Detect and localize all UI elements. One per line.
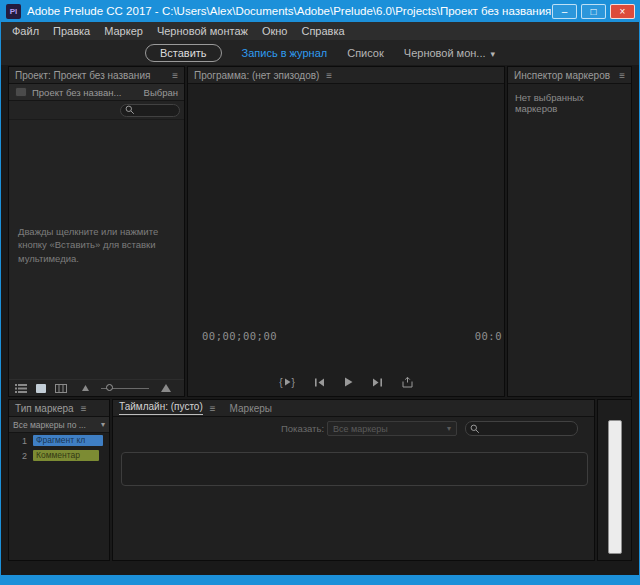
zoom-slider-knob[interactable] — [106, 384, 113, 391]
timeline-empty-placeholder — [121, 452, 588, 486]
tab-markers[interactable]: Маркеры — [230, 403, 272, 414]
timeline-filter-value: Все маркеры — [333, 424, 388, 434]
project-search-row — [9, 101, 184, 120]
inspector-empty-text: Нет выбранных маркеров — [508, 84, 631, 122]
project-bin-icon — [15, 87, 27, 97]
workspace-tab-logging[interactable]: Запись в журнал — [242, 47, 328, 59]
step-forward-icon[interactable] — [372, 378, 383, 387]
workspace-tab-roughcut-label: Черновой мон... — [404, 47, 486, 59]
menu-roughcut[interactable]: Черновой монтаж — [150, 25, 255, 37]
project-panel: Проект: Проект без названия ≡ Проект без… — [8, 66, 185, 397]
window-title: Adobe Prelude CC 2017 - C:\Users\Alex\Do… — [27, 5, 551, 17]
window-controls: – □ × — [552, 4, 635, 19]
chevron-down-icon[interactable]: ▾ — [491, 49, 496, 59]
timeline-filter-dropdown[interactable]: Все маркеры ▾ — [327, 421, 457, 436]
project-footer-bar — [9, 379, 184, 396]
program-monitor-panel: Программа: (нет эпизодов) ≡ 00;00;00;00 … — [187, 66, 505, 397]
project-empty-hint: Дважды щелкните или нажмите кнопку «Вста… — [18, 225, 170, 265]
play-in-to-out-icon[interactable]: {} — [279, 377, 295, 388]
marker-type-number: 1 — [13, 436, 27, 446]
show-label: Показать: — [281, 423, 324, 434]
marker-type-panel-tab[interactable]: Тип маркера — [15, 403, 74, 414]
marker-type-panel-header: Тип маркера ≡ — [9, 400, 109, 417]
menu-bar: Файл Правка Маркер Черновой монтаж Окно … — [1, 22, 639, 40]
current-timecode: 00;00;00;00 — [202, 330, 277, 342]
menu-help[interactable]: Справка — [294, 25, 351, 37]
workspace-tab-roughcut[interactable]: Черновой мон...▾ — [404, 47, 495, 59]
menu-edit[interactable]: Правка — [46, 25, 97, 37]
marker-inspector-panel: Инспектор маркеров ≡ Нет выбранных марке… — [507, 66, 632, 397]
project-search-input[interactable] — [120, 104, 180, 117]
prelude-app-icon: Pl — [6, 4, 21, 19]
duration-timecode: 00:0 — [475, 330, 502, 342]
tab-timeline[interactable]: Таймлайн: (пусто) — [119, 401, 203, 415]
marker-type-panel: Тип маркера ≡ Все маркеры по ... ▾ 1 Фра… — [8, 399, 110, 561]
timeline-panel-menu-icon[interactable]: ≡ — [210, 403, 216, 414]
program-panel-tab[interactable]: Программа: (нет эпизодов) — [194, 70, 319, 81]
vertical-scrollbar-thumb[interactable] — [608, 420, 622, 554]
workspace-bar: Вставить Запись в журнал Список Черновой… — [1, 40, 639, 65]
title-bar: Pl Adobe Prelude CC 2017 - C:\Users\Alex… — [0, 0, 640, 22]
project-bin-row[interactable]: Проект без назван... Выбран — [9, 84, 184, 101]
menu-marker[interactable]: Маркер — [97, 25, 150, 37]
maximize-button[interactable]: □ — [581, 4, 606, 19]
project-panel-tab[interactable]: Проект: Проект без названия — [15, 70, 150, 81]
step-back-icon[interactable] — [314, 378, 325, 387]
program-panel-menu-icon[interactable]: ≡ — [326, 70, 332, 81]
timeline-search-icon — [470, 424, 480, 434]
marker-type-color-bar[interactable]: Комментар — [33, 450, 99, 461]
close-button[interactable]: × — [610, 4, 635, 19]
marker-type-color-bar[interactable]: Фрагмент кл — [33, 435, 103, 446]
timeline-scroll-strip — [597, 399, 632, 561]
menu-file[interactable]: Файл — [5, 25, 46, 37]
marker-type-row-subclip[interactable]: 1 Фрагмент кл — [9, 433, 109, 448]
list-view-icon[interactable] — [15, 384, 27, 393]
project-bin-name: Проект без назван... — [32, 87, 122, 98]
zoom-in-icon[interactable] — [161, 384, 171, 392]
window-left-border — [0, 0, 1, 585]
workspace-tab-list[interactable]: Список — [347, 47, 384, 59]
menu-window[interactable]: Окно — [255, 25, 295, 37]
timeline-search-input[interactable] — [465, 421, 578, 436]
export-icon[interactable] — [402, 377, 413, 388]
window-bottom-border — [0, 575, 640, 585]
inspector-panel-tab[interactable]: Инспектор маркеров — [514, 70, 610, 81]
timeline-panel-header: Таймлайн: (пусто) ≡ Маркеры — [113, 400, 594, 417]
marker-type-number: 2 — [13, 451, 27, 461]
project-search-icon — [125, 105, 135, 115]
inspector-panel-menu-icon[interactable]: ≡ — [619, 70, 625, 81]
play-icon[interactable] — [344, 377, 353, 387]
project-selected-label: Выбран — [144, 87, 178, 98]
project-panel-header: Проект: Проект без названия ≡ — [9, 67, 184, 84]
chevron-down-icon: ▾ — [101, 420, 105, 429]
marker-filter-dropdown[interactable]: Все маркеры по ... ▾ — [9, 417, 109, 433]
ingest-button[interactable]: Вставить — [145, 44, 222, 62]
minimize-button[interactable]: – — [552, 4, 577, 19]
marker-type-panel-menu-icon[interactable]: ≡ — [81, 403, 87, 414]
timeline-panel: Таймлайн: (пусто) ≡ Маркеры Показать: Вс… — [112, 399, 595, 561]
program-panel-header: Программа: (нет эпизодов) ≡ — [188, 67, 504, 84]
marker-filter-value: Все маркеры по ... — [13, 420, 86, 430]
filmstrip-view-icon[interactable] — [55, 384, 67, 393]
timeline-toolbar: Показать: Все маркеры ▾ — [113, 417, 594, 441]
thumbnail-zoom-slider[interactable] — [101, 388, 149, 389]
inspector-panel-header: Инспектор маркеров ≡ — [508, 67, 631, 84]
vertical-scrollbar-track[interactable] — [608, 420, 622, 554]
zoom-out-icon[interactable] — [82, 385, 89, 391]
chevron-down-icon: ▾ — [447, 424, 451, 433]
thumbnail-view-icon[interactable] — [36, 384, 46, 393]
marker-type-row-comment[interactable]: 2 Комментар — [9, 448, 109, 463]
project-panel-menu-icon[interactable]: ≡ — [172, 70, 178, 81]
transport-controls: {} — [188, 373, 504, 391]
